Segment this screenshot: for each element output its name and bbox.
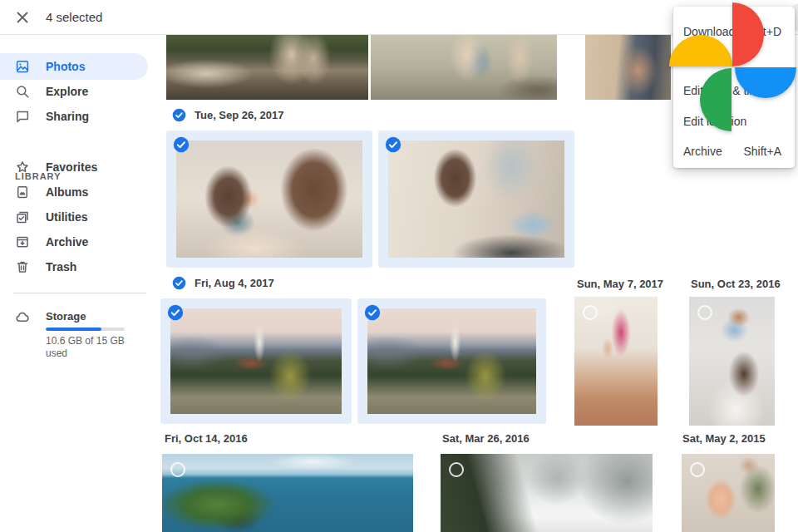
selected-check-icon[interactable]: [167, 304, 184, 321]
sidebar-item-label: Sharing: [46, 110, 89, 123]
storage-progress-fill: [46, 328, 101, 331]
sidebar-item-archive[interactable]: Archive: [0, 229, 148, 254]
photo-beach-person[interactable]: [585, 35, 671, 100]
sidebar-item-label: Albums: [46, 185, 88, 199]
sidebar-item-label: Utilities: [46, 210, 88, 224]
photo-river-wading[interactable]: [166, 35, 368, 100]
selected-photo-frame[interactable]: [357, 298, 546, 424]
selected-photo-frame[interactable]: [160, 298, 352, 424]
date-label: Fri, Aug 4, 2017: [195, 277, 274, 289]
selected-check-icon[interactable]: [173, 136, 190, 153]
sidebar-item-sharing[interactable]: Sharing: [0, 104, 148, 129]
photo-girl-mixing-bowl[interactable]: [388, 140, 564, 258]
photos-icon: [15, 59, 30, 74]
photo-kids-splashing[interactable]: [371, 35, 557, 100]
storage-section[interactable]: Storage 10.6 GB of 15 GB used: [0, 304, 158, 362]
utilities-icon: [15, 209, 30, 224]
star-icon: [15, 160, 30, 175]
date-label: Sat, May 2, 2015: [682, 432, 766, 445]
date-label: Fri, Oct 14, 2016: [165, 432, 248, 445]
sidebar-divider: [13, 293, 146, 293]
archive-box-icon: [15, 234, 30, 249]
storage-usage-text: 10.6 GB of 15 GB used: [46, 335, 139, 360]
selected-check-icon[interactable]: [385, 136, 401, 153]
sidebar-item-trash[interactable]: Trash: [0, 254, 148, 279]
photo-lake-bled-church-duplicate[interactable]: [367, 308, 536, 414]
select-circle-icon[interactable]: [449, 462, 464, 477]
sidebar-item-label: Archive: [46, 235, 88, 249]
date-checked-icon[interactable]: [172, 108, 186, 122]
selected-check-icon[interactable]: [364, 304, 381, 321]
trash-icon: [15, 259, 30, 274]
storage-progress-bar: [46, 328, 125, 331]
photo-lake-bled-church[interactable]: [170, 308, 342, 414]
photo-father-lifting-baby[interactable]: [689, 297, 775, 426]
sidebar-item-favorites[interactable]: Favorites: [0, 155, 148, 180]
select-circle-icon[interactable]: [690, 462, 705, 477]
google-photos-app: 4 selected Photos Explore Sharing LIBRAR…: [0, 0, 798, 532]
album-icon: [15, 185, 30, 200]
photo-coastal-cliff[interactable]: [162, 454, 413, 532]
menu-item-edit-location[interactable]: Edit location: [673, 111, 795, 131]
selected-photo-frame[interactable]: [378, 131, 574, 268]
menu-item-shortcut: Shift+A: [743, 145, 781, 158]
sidebar-item-label: Favorites: [46, 160, 97, 174]
sidebar-item-explore[interactable]: Explore: [0, 79, 148, 104]
selected-photo-frame[interactable]: [166, 131, 372, 268]
date-label: Sun, Oct 23, 2016: [691, 278, 781, 290]
close-icon[interactable]: [13, 8, 32, 27]
sidebar-item-label: Photos: [46, 60, 85, 73]
date-header: Fri, Aug 4, 2017: [172, 276, 274, 290]
date-checked-icon[interactable]: [172, 276, 186, 290]
photo-woman-stairs[interactable]: [574, 297, 658, 426]
date-label: Sun, May 7, 2017: [577, 278, 663, 290]
storage-label: Storage: [46, 310, 86, 323]
selection-count: 4 selected: [46, 0, 102, 35]
select-circle-icon[interactable]: [583, 305, 598, 320]
date-header: Tue, Sep 26, 2017: [172, 108, 283, 122]
menu-item-label: Archive: [683, 145, 722, 158]
chat-bubble-icon: [15, 109, 30, 124]
search-icon: [15, 84, 30, 99]
date-label: Tue, Sep 26, 2017: [195, 109, 283, 121]
select-circle-icon[interactable]: [170, 462, 185, 477]
menu-item-archive[interactable]: Archive Shift+A: [673, 141, 795, 161]
sidebar-item-label: Trash: [46, 260, 76, 273]
photo-baby-with-dad[interactable]: [682, 454, 775, 532]
photo-winter-mountains[interactable]: [441, 454, 653, 532]
select-circle-icon[interactable]: [697, 305, 712, 320]
photo-girls-kitchen[interactable]: [176, 140, 362, 258]
cloud-icon: [15, 310, 30, 325]
date-label: Sat, Mar 26, 2016: [442, 432, 530, 445]
sidebar-item-albums[interactable]: Albums: [0, 180, 148, 204]
sidebar-item-photos[interactable]: Photos: [0, 53, 148, 80]
sidebar-item-label: Explore: [46, 85, 88, 98]
sidebar: Photos Explore Sharing LIBRARY Favorites: [0, 35, 158, 532]
sidebar-item-utilities[interactable]: Utilities: [0, 204, 148, 229]
